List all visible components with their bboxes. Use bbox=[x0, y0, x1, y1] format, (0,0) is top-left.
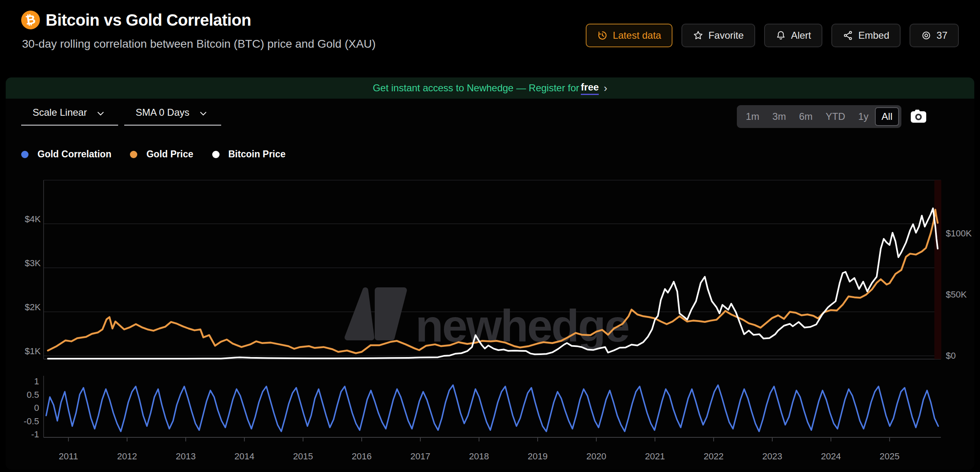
legend-label: Bitcoin Price bbox=[229, 149, 286, 160]
alert-button[interactable]: Alert bbox=[764, 24, 822, 47]
chevron-down-icon bbox=[200, 107, 207, 118]
legend-item-gold-correlation[interactable]: Gold Correlation bbox=[21, 149, 111, 160]
camera-button[interactable] bbox=[910, 108, 927, 125]
legend-label: Gold Correlation bbox=[37, 149, 111, 160]
legend-item-gold-price[interactable]: Gold Price bbox=[130, 149, 193, 160]
scale-dropdown[interactable]: Scale Linear bbox=[21, 103, 118, 126]
page-header: ₿ Bitcoin vs Gold Correlation 30-day rol… bbox=[21, 11, 376, 51]
chart-legend: Gold Correlation Gold Price Bitcoin Pric… bbox=[21, 149, 286, 160]
sma-dropdown[interactable]: SMA 0 Days bbox=[124, 103, 221, 126]
views-count: 37 bbox=[936, 30, 947, 41]
bitcoin-icon: ₿ bbox=[20, 9, 41, 31]
range-all[interactable]: All bbox=[875, 107, 899, 126]
embed-button[interactable]: Embed bbox=[831, 24, 901, 47]
latest-data-button[interactable]: Latest data bbox=[586, 24, 672, 47]
page-subtitle: 30-day rolling correlation between Bitco… bbox=[22, 37, 376, 51]
newhedge-chart-page: ₿ Bitcoin vs Gold Correlation 30-day rol… bbox=[0, 0, 980, 472]
bell-icon bbox=[776, 30, 786, 41]
range-1m[interactable]: 1m bbox=[739, 107, 766, 126]
history-clock-icon bbox=[597, 30, 608, 41]
alert-label: Alert bbox=[791, 30, 811, 41]
header-actions: Latest data Favorite Alert bbox=[586, 24, 959, 47]
chevron-right-icon: › bbox=[604, 82, 607, 95]
scale-dropdown-label: Scale Linear bbox=[33, 107, 87, 118]
legend-dot-blue bbox=[21, 151, 29, 158]
embed-label: Embed bbox=[858, 30, 889, 41]
share-icon bbox=[843, 30, 853, 41]
page-title: Bitcoin vs Gold Correlation bbox=[46, 11, 251, 29]
banner-text: Get instant access to Newhedge — Registe… bbox=[373, 82, 579, 94]
banner-free-link[interactable]: free bbox=[581, 82, 599, 95]
range-selector: 1m 3m 6m YTD 1y All bbox=[737, 105, 901, 128]
range-3m[interactable]: 3m bbox=[766, 107, 792, 126]
favorite-button[interactable]: Favorite bbox=[681, 24, 755, 47]
range-6m[interactable]: 6m bbox=[793, 107, 819, 126]
range-ytd[interactable]: YTD bbox=[819, 107, 852, 126]
promo-banner[interactable]: Get instant access to Newhedge — Registe… bbox=[6, 77, 974, 99]
views-button[interactable]: 37 bbox=[910, 24, 959, 47]
favorite-label: Favorite bbox=[708, 30, 744, 41]
range-camera-controls: 1m 3m 6m YTD 1y All bbox=[737, 105, 927, 128]
legend-label: Gold Price bbox=[146, 149, 193, 160]
eye-icon bbox=[921, 30, 932, 41]
chevron-down-icon bbox=[97, 107, 104, 118]
chart-card: Get instant access to Newhedge — Registe… bbox=[6, 77, 974, 470]
legend-dot-orange bbox=[130, 151, 137, 158]
sma-dropdown-label: SMA 0 Days bbox=[136, 107, 189, 118]
star-icon bbox=[693, 30, 703, 41]
chart-controls: Scale Linear SMA 0 Days bbox=[21, 103, 221, 126]
legend-dot-white bbox=[212, 151, 220, 158]
legend-item-bitcoin-price[interactable]: Bitcoin Price bbox=[212, 149, 286, 160]
range-1y[interactable]: 1y bbox=[852, 107, 875, 126]
latest-data-label: Latest data bbox=[613, 30, 661, 41]
camera-icon bbox=[910, 108, 927, 125]
